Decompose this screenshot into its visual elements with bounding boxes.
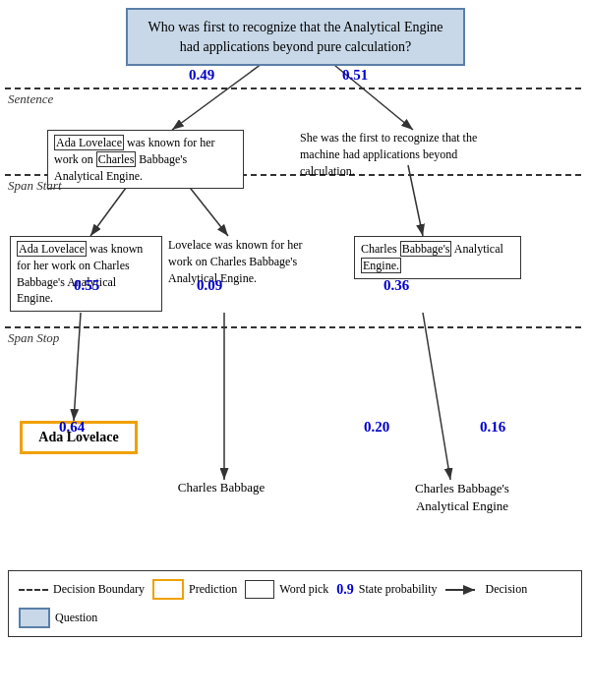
legend-word-pick-label: Word pick	[279, 582, 328, 597]
prob-node2-mid: 0.09	[197, 277, 222, 294]
svg-line-9	[74, 313, 81, 421]
dashed-line-icon	[19, 589, 48, 591]
sentence-node-left: Ada Lovelace was known for her work on C…	[47, 130, 244, 189]
legend-dashed-label: Decision Boundary	[53, 582, 145, 597]
word-ada-lovelace: Ada Lovelace	[54, 135, 124, 150]
question-icon	[19, 608, 50, 628]
question-box: Who was first to recognize that the Anal…	[126, 8, 465, 66]
legend-prediction-label: Prediction	[189, 582, 237, 597]
prob-node2-left: 0.55	[74, 277, 99, 294]
section-span-stop: Span Stop	[8, 330, 59, 346]
section-sentence: Sentence	[8, 91, 53, 107]
arrow-icon	[445, 584, 481, 596]
word-engine: Engine.	[361, 258, 401, 273]
word-babbage: Babbage's	[400, 241, 452, 257]
svg-line-4	[172, 61, 266, 130]
span-start-node-right: Charles Babbage's Analytical Engine.	[354, 236, 521, 279]
legend-decision: Decision	[445, 582, 528, 597]
legend: Decision Boundary Prediction Word pick 0…	[8, 570, 582, 637]
answer-analytical-engine: Charles Babbage's Analytical Engine	[388, 480, 536, 515]
state-prob-value: 0.9	[336, 582, 354, 598]
prob-node2-right: 0.36	[384, 277, 409, 294]
span-start-node-left: Ada Lovelace was known for her work on C…	[10, 236, 162, 312]
legend-prediction: Prediction	[152, 579, 237, 600]
question-text: Who was first to recognize that the Anal…	[148, 20, 442, 54]
svg-line-11	[423, 313, 450, 480]
main-container: Who was first to recognize that the Anal…	[0, 0, 590, 700]
legend-question: Question	[19, 608, 97, 628]
sentence-node-right: She was the first to recognize that the …	[300, 130, 506, 179]
prediction-icon	[152, 579, 184, 600]
span-start-node-mid: Lovelace was known for her work on Charl…	[167, 236, 320, 287]
word-ada2: Ada Lovelace	[17, 241, 87, 257]
section-span-start: Span Start	[8, 178, 62, 194]
legend-state-prob: 0.9 State probability	[336, 582, 437, 598]
prob-node3-left: 0.64	[59, 419, 85, 436]
legend-word-pick: Word pick	[245, 580, 328, 599]
legend-state-prob-label: State probability	[359, 582, 438, 597]
prob-node3-right: 0.16	[480, 419, 505, 436]
word-pick-icon	[245, 580, 274, 599]
legend-question-label: Question	[55, 611, 97, 625]
prob-sent-left: 0.49	[189, 67, 214, 84]
legend-decision-boundary: Decision Boundary	[19, 582, 145, 597]
word-charles: Charles	[96, 151, 137, 167]
legend-decision-label: Decision	[486, 582, 528, 597]
prob-node3-mid: 0.20	[364, 419, 389, 436]
prob-sent-right: 0.51	[342, 67, 368, 84]
answer-charles-babbage: Charles Babbage	[157, 480, 285, 496]
